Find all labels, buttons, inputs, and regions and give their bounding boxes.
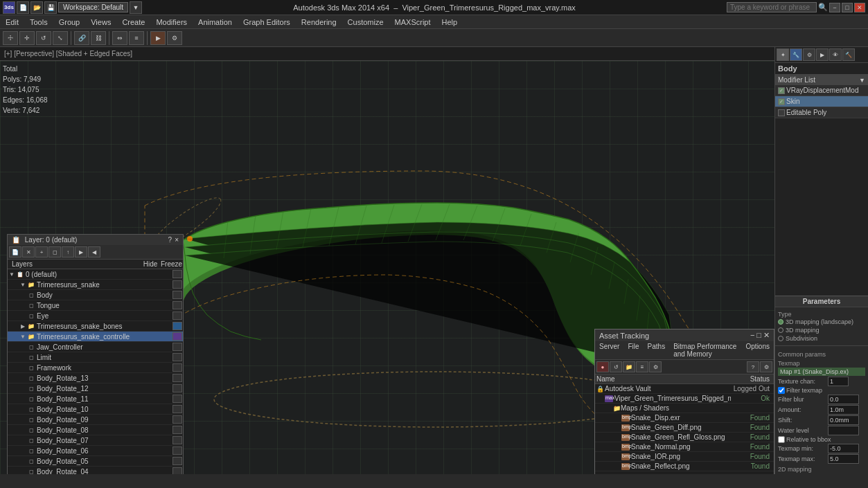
render-btn[interactable]: ▶ <box>150 31 166 45</box>
at-asset-list[interactable]: 🔒 Autodesk Vault Logged Out max Viper_Gr… <box>595 384 774 474</box>
menu-tools[interactable]: Tools <box>24 17 53 28</box>
at-menu-bitmap[interactable]: Bitmap Performance and Memory <box>669 341 741 359</box>
type-radio-subdivision[interactable]: Subdivision <box>778 334 865 343</box>
filter-blur-input[interactable] <box>828 395 859 404</box>
mirror-tool[interactable]: ⇔ <box>112 31 127 45</box>
at-menu-file[interactable]: File <box>623 341 643 359</box>
layer-move-btn[interactable]: ↑ <box>62 246 74 257</box>
at-menu-options[interactable]: Options <box>742 341 774 359</box>
layer-item[interactable]: ◻Body_Rotate_05 <box>8 456 183 467</box>
layer-new-btn[interactable]: 📄 <box>9 246 21 257</box>
layer-item-selected[interactable]: ▼ 📁 Trimeresurus_snake_controllers <box>8 332 183 342</box>
modifier-item-poly[interactable]: Editable Poly <box>775 107 868 118</box>
at-help-btn[interactable]: ? <box>747 361 759 372</box>
modifier-checkbox[interactable]: ✓ <box>778 87 785 94</box>
layer-item[interactable]: ▼ 📋 0 (default) <box>8 269 183 280</box>
layer-expand-icon[interactable]: ▼ <box>8 270 16 278</box>
relative-bbox-checkbox[interactable] <box>778 436 785 443</box>
at-reload-btn[interactable]: ● <box>596 361 609 372</box>
expand-icon[interactable]: ▼ <box>19 280 27 289</box>
menu-modifiers[interactable]: Modifiers <box>150 17 193 28</box>
at-minimize-btn[interactable]: − <box>750 331 754 340</box>
rotate-tool[interactable]: ↺ <box>36 31 51 45</box>
workspace-arrow[interactable]: ▼ <box>130 1 142 14</box>
display-tab-icon[interactable]: 👁 <box>829 48 842 61</box>
menu-maxscript[interactable]: MAXScript <box>389 17 436 28</box>
at-row[interactable]: bmp Snake_IOR.png Found <box>595 452 774 462</box>
viewport[interactable]: [+] [Perspective] [Shaded + Edged Faces]… <box>0 47 774 474</box>
save-btn[interactable]: 💾 <box>44 1 57 14</box>
menu-animation[interactable]: Animation <box>193 17 238 28</box>
layer-expand-btn[interactable]: ▶ <box>75 246 87 257</box>
at-row[interactable]: bmp Snake_Normal.png Found <box>595 442 774 452</box>
at-restore-btn[interactable]: □ <box>756 331 761 340</box>
layers-close-btn[interactable]: × <box>175 236 179 244</box>
hierarchy-tab-icon[interactable]: ⚙ <box>803 48 815 61</box>
menu-views[interactable]: Views <box>85 17 116 28</box>
layers-help-btn[interactable]: ? <box>168 236 172 244</box>
modifier-item-skin[interactable]: ✓ Skin <box>775 96 868 107</box>
link-tool[interactable]: 🔗 <box>74 31 89 45</box>
at-folder-btn[interactable]: 📁 <box>623 361 635 372</box>
utilities-tab-icon[interactable]: 🔨 <box>842 48 855 61</box>
layer-item[interactable]: ◻ Jaw_Controller <box>8 342 183 352</box>
at-row[interactable]: max Viper_Green_Trimeresurus_Rigged_max_… <box>595 394 774 404</box>
select-tool[interactable]: ☩ <box>3 31 18 45</box>
at-more-btn[interactable]: ⚙ <box>649 361 662 372</box>
layer-add-obj-btn[interactable]: + <box>35 246 48 257</box>
layer-item[interactable]: ◻ Eye <box>8 311 183 321</box>
map-display[interactable]: Map #1 (Snake_Disp.ex) <box>778 368 865 376</box>
type-radio-3d-landscape[interactable]: 3D mapping (landscape) <box>778 318 865 326</box>
filter-texmap-checkbox[interactable] <box>778 387 785 394</box>
modifier-checkbox[interactable]: ✓ <box>778 98 785 105</box>
at-refresh-btn[interactable]: ↺ <box>610 361 622 372</box>
at-row[interactable]: 📁 Maps / Shaders <box>595 404 774 413</box>
shift-input[interactable] <box>828 415 859 425</box>
layer-item[interactable]: ◻Body_Rotate_09 <box>8 415 183 425</box>
menu-edit[interactable]: Edit <box>0 17 24 28</box>
viewport-header[interactable]: [+] [Perspective] [Shaded + Edged Faces] <box>0 47 774 61</box>
menu-help[interactable]: Help <box>436 17 463 28</box>
create-tab-icon[interactable]: ✦ <box>777 48 789 61</box>
modify-tab-icon[interactable]: 🔧 <box>790 48 802 61</box>
at-row[interactable]: bmp Snake_Disp.exr Found <box>595 413 774 423</box>
unlink-tool[interactable]: ⛓ <box>91 31 106 45</box>
texmap-min-input[interactable] <box>828 444 859 453</box>
layer-select-btn[interactable]: ◻ <box>48 246 61 257</box>
at-row[interactable]: bmp Snake_Green_Diff.png Found <box>595 423 774 433</box>
expand-icon[interactable]: ▼ <box>19 332 27 341</box>
layer-item[interactable]: ◻Body_Rotate_10 <box>8 404 183 415</box>
amount-input[interactable] <box>828 405 859 415</box>
at-row[interactable]: 🔒 Autodesk Vault Logged Out <box>595 384 774 394</box>
layer-item[interactable]: ◻Body_Rotate_06 <box>8 446 183 456</box>
modifier-list-dropdown[interactable]: ▼ <box>859 77 865 84</box>
layer-item[interactable]: ◻Body_Rotate_07 <box>8 435 183 446</box>
at-list-btn[interactable]: ≡ <box>636 361 648 372</box>
layer-item[interactable]: ◻Body_Rotate_04 <box>8 467 183 474</box>
minimize-button[interactable]: − <box>829 3 840 12</box>
menu-customize[interactable]: Customize <box>342 17 389 28</box>
menu-group[interactable]: Group <box>53 17 86 28</box>
layer-delete-btn[interactable]: ✕ <box>22 246 35 257</box>
at-menu-server[interactable]: Server <box>595 341 623 359</box>
search-btn[interactable]: 🔍 <box>818 3 828 12</box>
layers-list[interactable]: ▼ 📋 0 (default) ▼ 📁 Trimeresurus_snake <box>8 269 183 474</box>
expand-icon[interactable]: ▶ <box>19 322 27 330</box>
close-button[interactable]: ✕ <box>854 3 865 12</box>
type-radio-3d[interactable]: 3D mapping <box>778 326 865 334</box>
texture-chan-input[interactable] <box>828 377 849 386</box>
menu-rendering[interactable]: Rendering <box>296 17 342 28</box>
search-input[interactable] <box>727 2 817 12</box>
scale-tool[interactable]: ⤡ <box>53 31 68 45</box>
layer-item[interactable]: ◻Body_Rotate_11 <box>8 394 183 404</box>
layer-item[interactable]: ◻Body_Rotate_12 <box>8 383 183 394</box>
layer-item[interactable]: ◻ Framework <box>8 363 183 373</box>
open-btn[interactable]: 📂 <box>30 1 43 14</box>
layer-item[interactable]: ▼ 📁 Trimeresurus_snake <box>8 280 183 290</box>
menu-create[interactable]: Create <box>116 17 150 28</box>
modifier-checkbox[interactable] <box>778 109 785 116</box>
modifier-list-header[interactable]: Modifier List ▼ <box>775 75 868 85</box>
at-close-btn[interactable]: ✕ <box>763 331 770 340</box>
maximize-button[interactable]: □ <box>842 3 853 12</box>
water-level-input[interactable] <box>828 426 859 435</box>
